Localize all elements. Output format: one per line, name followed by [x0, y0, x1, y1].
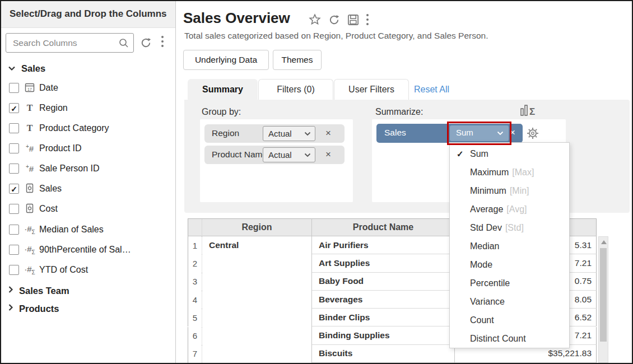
- reset-all-link[interactable]: Reset All: [414, 85, 449, 95]
- group-by-label: Group by:: [202, 107, 241, 117]
- table-cell-product[interactable]: Baby Food: [312, 273, 455, 291]
- columns-sidebar: Select/Drag and Drop the Columns Search …: [1, 1, 176, 363]
- number-type-icon: +#: [24, 143, 36, 153]
- group-pill-product-name[interactable]: Product Name Actual ×: [204, 146, 345, 164]
- sidebar-item-product-id[interactable]: +# Product ID: [1, 139, 175, 158]
- remove-product-name-icon[interactable]: ×: [325, 148, 331, 161]
- underlying-data-button[interactable]: Underlying Data: [183, 50, 269, 70]
- row-number: 7: [188, 345, 202, 363]
- svg-text:17: 17: [27, 87, 32, 91]
- menu-item-count[interactable]: Count: [450, 311, 569, 329]
- tab-user-filters[interactable]: User Filters: [334, 79, 409, 100]
- refresh-view-icon[interactable]: [328, 13, 341, 29]
- chevron-down-icon: [497, 131, 504, 136]
- sidebar-more-icon[interactable]: [161, 36, 164, 47]
- remove-region-icon[interactable]: ×: [325, 127, 331, 139]
- product-name-mode-select[interactable]: Actual: [263, 147, 315, 162]
- text-type-icon: T: [24, 123, 36, 133]
- row-number: 4: [188, 291, 202, 309]
- table-cell-product[interactable]: Art Supplies: [312, 254, 455, 272]
- remove-sales-icon[interactable]: ×: [510, 127, 515, 139]
- group-label: Sales: [21, 63, 45, 74]
- group-label: Products: [19, 304, 59, 314]
- table-cell-product[interactable]: Binding Supplies: [312, 327, 455, 345]
- checkbox[interactable]: [9, 143, 19, 153]
- table-header-product-name[interactable]: Product Name: [312, 218, 455, 236]
- region-mode-select[interactable]: Actual: [263, 126, 315, 141]
- menu-item-percentile[interactable]: Percentile: [450, 274, 569, 292]
- page-title: Sales Overview: [183, 10, 290, 27]
- checkbox-checked[interactable]: ✓: [9, 103, 19, 113]
- search-input[interactable]: Search Columns: [6, 33, 134, 53]
- table-cell-region[interactable]: Central: [202, 236, 312, 363]
- chevron-right-icon: [8, 286, 13, 296]
- checkbox[interactable]: [9, 245, 19, 255]
- chevron-right-icon: [8, 304, 13, 314]
- group-label: Sales Team: [19, 286, 69, 296]
- gear-icon[interactable]: [525, 126, 540, 143]
- chart-sigma-icon[interactable]: Σ: [520, 103, 537, 120]
- currency-type-icon: [24, 183, 36, 195]
- sidebar-item-region[interactable]: ✓ T Region: [1, 99, 175, 118]
- refresh-columns-icon[interactable]: [139, 36, 152, 52]
- text-type-icon: T: [24, 103, 36, 113]
- tab-filters[interactable]: Filters (0): [258, 79, 333, 100]
- aggregation-menu: ✓ Sum Maximum[Max] Minimum[Min] Average[…: [449, 142, 570, 348]
- favorite-star-icon[interactable]: [308, 13, 322, 29]
- view-more-icon[interactable]: [366, 14, 369, 25]
- menu-item-mode[interactable]: Mode: [450, 255, 569, 274]
- menu-item-median[interactable]: Median: [450, 237, 569, 255]
- sidebar-item-90th-percentile[interactable]: ·#Σ 90thPercentile of Sal…: [1, 240, 175, 259]
- sidebar-item-median-of-sales[interactable]: ·#Σ Median of Sales: [1, 220, 175, 239]
- checkbox[interactable]: [9, 204, 19, 214]
- sidebar-item-sale-person-id[interactable]: +# Sale Person ID: [1, 159, 175, 178]
- aggregate-type-icon: ·#Σ: [24, 264, 36, 276]
- table-cell-product[interactable]: Biscuits: [312, 345, 455, 363]
- tab-summary[interactable]: Summary: [188, 79, 258, 100]
- checkbox[interactable]: [9, 265, 19, 275]
- menu-item-maximum[interactable]: Maximum[Max]: [450, 163, 569, 181]
- scrollbar-thumb[interactable]: [600, 248, 607, 342]
- calendar-icon: 17: [24, 82, 36, 94]
- table-cell-product[interactable]: Air Purifiers: [312, 236, 455, 254]
- menu-item-std-dev[interactable]: Std Dev[Std]: [450, 218, 569, 237]
- table-scrollbar[interactable]: [598, 236, 608, 363]
- checkbox[interactable]: [9, 123, 19, 133]
- sidebar-item-cost[interactable]: Cost: [1, 199, 175, 218]
- sidebar-item-date[interactable]: 17 Date: [1, 78, 175, 97]
- sidebar-title: Select/Drag and Drop the Columns: [10, 8, 167, 20]
- summarize-label: Summarize:: [375, 107, 423, 117]
- menu-item-minimum[interactable]: Minimum[Min]: [450, 181, 569, 200]
- checkbox-checked[interactable]: ✓: [9, 184, 19, 194]
- checkbox[interactable]: [9, 83, 19, 93]
- checkbox[interactable]: [9, 225, 19, 235]
- sidebar-item-sales[interactable]: ✓ Sales: [1, 179, 175, 198]
- check-icon: ✓: [457, 149, 464, 159]
- sidebar-header: Select/Drag and Drop the Columns: [1, 1, 175, 28]
- group-pill-region[interactable]: Region Actual ×: [204, 124, 345, 143]
- menu-item-sum[interactable]: ✓ Sum: [450, 144, 569, 163]
- chevron-down-icon: [304, 153, 311, 157]
- aggregate-type-icon: ·#Σ: [24, 224, 36, 235]
- number-type-icon: +#: [24, 164, 36, 174]
- checkbox[interactable]: [9, 164, 19, 174]
- group-by-box: Region Actual × Product Name Actual ×: [200, 119, 353, 202]
- menu-item-variance[interactable]: Variance: [450, 292, 569, 311]
- search-icon[interactable]: [119, 38, 129, 50]
- sidebar-item-ytd-of-cost[interactable]: ·#Σ YTD of Cost: [1, 260, 175, 279]
- themes-button[interactable]: Themes: [273, 50, 322, 70]
- sidebar-group-sales-team[interactable]: Sales Team: [8, 282, 69, 299]
- chevron-down-icon: [304, 132, 311, 136]
- aggregation-select[interactable]: Sum: [450, 125, 509, 141]
- table-header-region[interactable]: Region: [202, 218, 312, 236]
- table-cell-product[interactable]: Beverages: [312, 291, 455, 309]
- menu-item-distinct-count[interactable]: Distinct Count: [450, 329, 569, 348]
- menu-item-average[interactable]: Average[Avg]: [450, 200, 569, 218]
- save-icon[interactable]: [347, 13, 360, 29]
- sidebar-group-sales[interactable]: Sales: [8, 60, 45, 77]
- table-cell-product[interactable]: Binder Clips: [312, 309, 455, 326]
- scroll-up-icon[interactable]: [601, 240, 607, 244]
- sidebar-item-product-category[interactable]: T Product Category: [1, 119, 175, 138]
- chevron-down-icon: [8, 63, 16, 73]
- sidebar-group-products[interactable]: Products: [8, 300, 59, 317]
